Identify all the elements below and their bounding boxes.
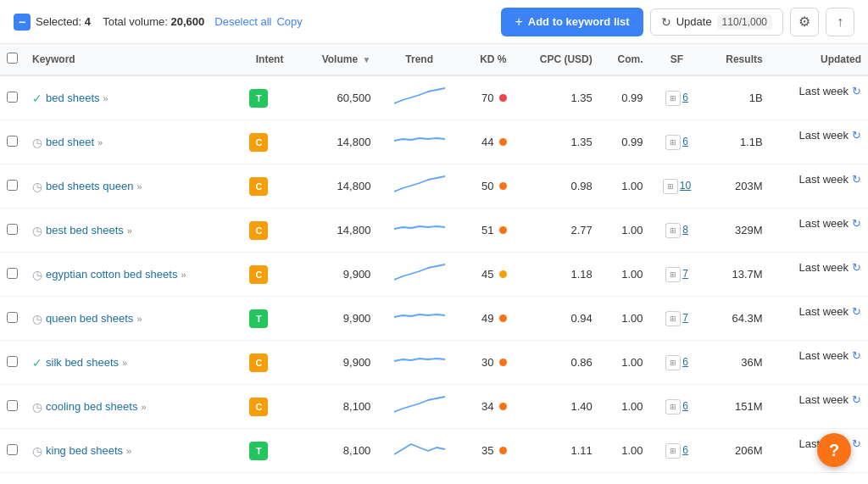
keyword-link[interactable]: best bed sheets» bbox=[46, 224, 132, 236]
select-all-checkbox[interactable] bbox=[7, 53, 18, 64]
kd-dot bbox=[499, 138, 507, 146]
refresh-icon[interactable]: ↻ bbox=[852, 261, 861, 274]
cpc-cell: 1.33 bbox=[514, 473, 599, 485]
top-bar-right: + Add to keyword list ↻ Update 110/1,000… bbox=[501, 8, 854, 36]
intent-cell: C bbox=[242, 164, 296, 209]
table-header-row: Keyword Intent Volume ▼ Trend KD % CPC (… bbox=[0, 44, 868, 75]
row-checkbox[interactable] bbox=[7, 180, 18, 191]
sf-link[interactable]: 6 bbox=[682, 444, 688, 456]
intent-cell: T bbox=[242, 297, 296, 341]
sf-link[interactable]: 6 bbox=[682, 92, 688, 103]
keyword-link[interactable]: silk bed sheets» bbox=[46, 356, 127, 369]
row-checkbox[interactable] bbox=[7, 224, 18, 235]
deselect-all-button[interactable]: Deselect all bbox=[214, 15, 271, 28]
sf-link[interactable]: 7 bbox=[682, 268, 688, 280]
refresh-icon[interactable]: ↻ bbox=[852, 305, 861, 318]
keyword-link[interactable]: king bed sheets» bbox=[46, 444, 131, 457]
refresh-icon[interactable]: ↻ bbox=[852, 129, 861, 142]
sf-link[interactable]: 6 bbox=[682, 136, 688, 147]
keyword-text: egyptian cotton bed sheets bbox=[46, 268, 177, 281]
keyword-text: king bed sheets bbox=[46, 444, 123, 457]
serp-icon[interactable]: ⊞ bbox=[665, 355, 681, 370]
chevron-right-icon: » bbox=[181, 270, 186, 280]
keyword-link[interactable]: bed sheets queen» bbox=[46, 180, 142, 192]
intent-badge: T bbox=[249, 89, 268, 108]
settings-button[interactable]: ⚙ bbox=[790, 8, 819, 36]
header-volume[interactable]: Volume ▼ bbox=[297, 44, 378, 75]
help-button[interactable]: ? bbox=[817, 433, 851, 467]
kd-cell: 49 bbox=[461, 297, 513, 341]
updated-text: Last week bbox=[798, 393, 849, 406]
cpc-cell: 1.11 bbox=[514, 429, 599, 473]
refresh-icon[interactable]: ↻ bbox=[852, 173, 861, 186]
serp-icon[interactable]: ⊞ bbox=[665, 91, 681, 106]
export-button[interactable]: ↑ bbox=[826, 8, 854, 36]
kd-cell: 50 bbox=[461, 164, 513, 209]
kd-value: 30 bbox=[481, 356, 506, 369]
refresh-icon[interactable]: ↻ bbox=[852, 393, 861, 406]
keyword-link[interactable]: cooling bed sheets» bbox=[46, 400, 147, 413]
sf-link[interactable]: 6 bbox=[682, 400, 688, 412]
updated-cell: Last week↻ bbox=[770, 253, 868, 282]
serp-icon[interactable]: ⊞ bbox=[663, 179, 678, 194]
refresh-icon[interactable]: ↻ bbox=[852, 437, 861, 450]
serp-icon[interactable]: ⊞ bbox=[665, 311, 681, 326]
serp-icon[interactable]: ⊞ bbox=[665, 267, 681, 282]
copy-button[interactable]: Copy bbox=[276, 15, 302, 28]
row-checkbox[interactable] bbox=[7, 92, 18, 103]
refresh-icon[interactable]: ↻ bbox=[852, 85, 861, 97]
kd-number: 30 bbox=[481, 356, 493, 369]
row-checkbox[interactable] bbox=[7, 136, 18, 147]
row-checkbox[interactable] bbox=[7, 268, 18, 279]
trend-sparkline bbox=[394, 349, 445, 373]
serp-icon[interactable]: ⊞ bbox=[665, 223, 681, 238]
volume-cell: 9,900 bbox=[297, 253, 378, 297]
total-volume-label: Total volume: bbox=[103, 15, 168, 28]
cpc-cell: 1.35 bbox=[514, 75, 599, 120]
chevron-right-icon: » bbox=[136, 181, 142, 192]
row-checkbox[interactable] bbox=[7, 444, 18, 455]
com-cell: 1.00 bbox=[599, 253, 650, 297]
header-cpc: CPC (USD) bbox=[514, 44, 599, 75]
update-button[interactable]: ↻ Update 110/1,000 bbox=[650, 8, 783, 36]
keyword-text: bed sheets bbox=[46, 92, 100, 104]
com-cell: 1.00 bbox=[599, 297, 650, 341]
refresh-icon[interactable]: ↻ bbox=[852, 217, 861, 230]
chevron-right-icon: » bbox=[126, 446, 131, 456]
keyword-link[interactable]: queen bed sheets» bbox=[46, 312, 142, 325]
cpc-cell: 0.94 bbox=[514, 297, 599, 341]
keyword-cell: ✓silk bed sheets» bbox=[25, 341, 242, 385]
volume-cell: 8,100 bbox=[297, 429, 378, 473]
keyword-link[interactable]: egyptian cotton bed sheets» bbox=[46, 268, 186, 281]
intent-badge: T bbox=[249, 309, 268, 328]
keyword-link[interactable]: bed sheet» bbox=[46, 136, 103, 148]
verified-gray-icon: ◷ bbox=[32, 136, 42, 149]
table-row: ✓silk bed sheets»C9,900300.861.00⊞636MLa… bbox=[0, 341, 868, 385]
refresh-icon[interactable]: ↻ bbox=[852, 349, 861, 362]
com-cell: 0.99 bbox=[599, 75, 650, 120]
keyword-link[interactable]: bed sheets» bbox=[46, 92, 108, 104]
com-cell: 1.00 bbox=[599, 429, 650, 473]
verified-gray-icon: ◷ bbox=[32, 400, 42, 414]
updated-cell: Last week↻ bbox=[770, 120, 868, 150]
row-checkbox[interactable] bbox=[7, 356, 18, 367]
trend-sparkline bbox=[394, 393, 445, 417]
row-checkbox[interactable] bbox=[7, 312, 18, 323]
sf-link[interactable]: 7 bbox=[682, 312, 688, 324]
row-checkbox[interactable] bbox=[7, 400, 18, 411]
sf-link[interactable]: 8 bbox=[682, 224, 688, 236]
serp-icon[interactable]: ⊞ bbox=[665, 135, 681, 150]
keyword-cell: ◷egyptian bed sheets» bbox=[25, 473, 242, 485]
sf-link[interactable]: 10 bbox=[680, 180, 691, 192]
sf-link[interactable]: 6 bbox=[682, 356, 688, 368]
refresh-icon: ↻ bbox=[661, 15, 671, 29]
deselect-minus-button[interactable]: − bbox=[14, 14, 31, 31]
volume-cell: 14,800 bbox=[297, 164, 378, 209]
add-to-keyword-list-button[interactable]: + Add to keyword list bbox=[501, 8, 643, 36]
updated-text: Last week bbox=[798, 129, 849, 142]
serp-icon[interactable]: ⊞ bbox=[665, 399, 681, 414]
updated-cell: Last week↻ bbox=[770, 341, 868, 370]
serp-icon[interactable]: ⊞ bbox=[665, 443, 681, 459]
sf-cell: ⊞6 bbox=[650, 75, 704, 120]
kd-cell: 70 bbox=[461, 75, 513, 120]
